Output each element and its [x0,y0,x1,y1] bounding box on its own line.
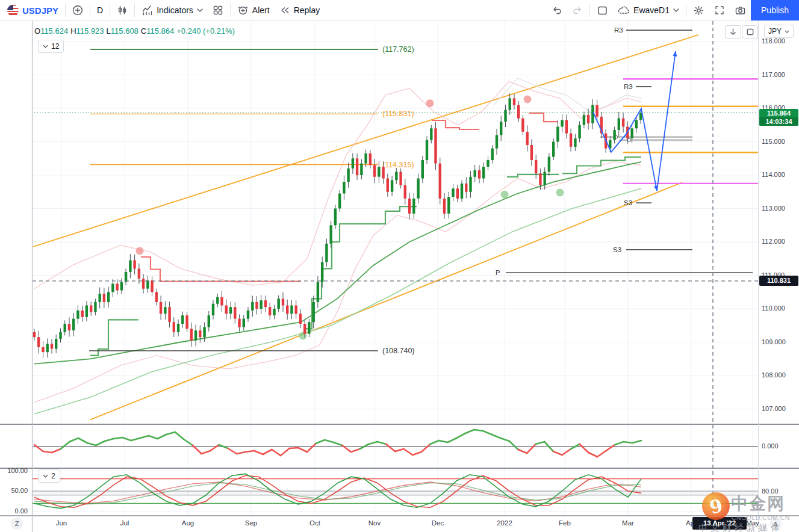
low-value: 115.608 [111,26,138,36]
target-level-label: (108.740) [382,347,415,355]
divider [589,4,590,17]
replay-button[interactable]: Replay [275,2,325,19]
divider [134,4,135,17]
chevron-down-icon [43,474,48,478]
pivot-label: P [496,269,500,276]
indicators-label: Indicators [157,5,193,15]
plus-circle-icon [72,5,83,16]
interval-label: D [97,5,103,15]
auto-scale-button[interactable]: A [769,518,782,530]
chevron-down-icon [197,8,203,12]
supertrend-flip-dot [136,247,144,255]
fullscreen-button[interactable] [709,2,730,19]
arrow-down-icon [730,28,736,36]
replay-icon [279,5,290,16]
countdown-value: 14:03:34 [759,117,798,126]
symbol-button[interactable]: USDJPY [2,2,63,19]
timezone-button[interactable]: Z [11,518,23,530]
target-level-label: (117.762) [382,45,414,54]
indicators-button[interactable]: Indicators [137,2,208,19]
chart-canvas[interactable]: (117.762)(115.831)(114.315)(108.740)R3R3… [0,0,799,532]
chevron-down-icon [673,8,679,12]
pivot-label: R3 [614,26,623,34]
snapshot-button[interactable] [730,2,751,19]
open-label: O [34,26,40,36]
camera-icon [735,5,746,16]
redo-button[interactable] [567,2,588,19]
divider [90,4,90,17]
layout-icon [597,5,608,16]
indicators-icon [141,5,153,16]
replay-label: Replay [294,5,320,15]
alert-label: Alert [252,5,270,15]
us-flag-icon [7,5,19,16]
last-price-badge: 115.864 14:03:34 [759,109,798,126]
alert-button[interactable]: Alert [232,2,275,19]
supertrend-flip-dot [524,96,532,104]
currency-label: JPY [768,27,782,36]
legend-count: 12 [51,42,59,51]
divider [110,4,110,17]
timezone-label: Z [15,520,19,527]
divider [230,4,231,17]
publish-label: Publish [761,5,789,15]
supertrend-flip-dot [426,99,434,107]
currency-selector[interactable]: JPY [764,25,794,38]
settings-button[interactable] [688,2,709,19]
high-label: H [70,26,76,36]
scroll-down-button[interactable] [725,25,741,39]
gear-icon [693,5,704,16]
close-value: 115.864 [146,26,174,36]
divider [65,4,66,17]
undo-button[interactable] [547,2,567,19]
ohlc-legend: O115.624 H115.923 L115.608 C115.864 +0.2… [34,26,235,36]
close-label: C [141,26,146,36]
compare-add-button[interactable] [67,2,88,19]
target-level-label: (114.315) [382,161,414,169]
publish-button[interactable]: Publish [751,0,799,20]
restore-icon [747,28,754,36]
template-label: EwaveD1 [633,5,670,15]
layout-template-button[interactable]: EwaveD1 [613,2,684,19]
chevron-down-icon [785,30,789,33]
cloud-icon [618,5,630,15]
candles-icon [117,5,128,16]
legend-collapse-chip[interactable]: 12 [38,40,64,53]
restore-pane-button[interactable] [742,25,758,39]
open-value: 115.624 [40,26,68,36]
redo-icon [572,5,583,16]
crosshair-date-badge: 13 Apr '22 [692,517,747,530]
top-toolbar: USDJPY D Indicators [0,0,799,21]
low-label: L [107,26,111,36]
interval-button[interactable]: D [92,2,108,19]
change-value: +0.240 (+0.21%) [176,26,235,36]
pivot-label: S3 [624,199,632,206]
supertrend-flip-dot [501,191,509,199]
pivot-label: R3 [624,83,633,90]
auto-scale-label: A [773,521,777,528]
crosshair-price-badge: 110.831 [759,276,798,286]
high-value: 115.923 [76,26,104,36]
symbol-label: USDJPY [22,5,58,16]
supertrend-flip-dot [556,188,564,196]
divider [686,4,686,17]
chart-window: (117.762)(115.831)(114.315)(108.740)R3R3… [0,0,799,532]
sub-legend-count: 2 [51,472,55,480]
chevron-down-icon [43,45,48,48]
grid-icon [213,5,223,16]
chart-style-button[interactable] [112,2,132,19]
sub-legend-collapse-chip[interactable]: 2 [38,469,60,483]
layout-button[interactable] [592,2,613,19]
last-price-value: 115.864 [759,109,798,117]
target-level-label: (115.831) [382,110,414,118]
pivot-label: S3 [613,246,621,253]
indicator-templates-button[interactable] [208,2,228,19]
fullscreen-icon [714,5,725,16]
alert-clock-icon [237,5,249,16]
undo-icon [552,5,562,16]
